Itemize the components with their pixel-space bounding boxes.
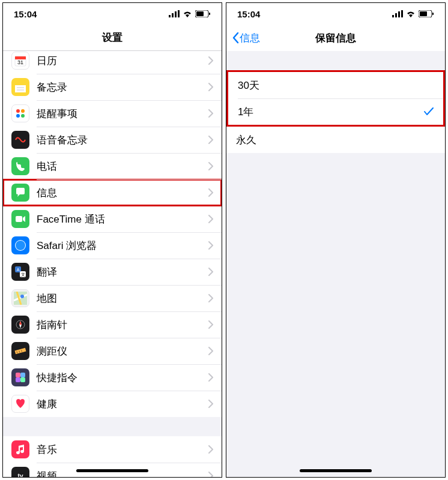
row-label: 信息	[37, 186, 208, 200]
status-bar: 15:04	[226, 3, 445, 25]
chevron-right-icon	[208, 188, 213, 197]
option-forever[interactable]: 永久	[226, 127, 445, 153]
svg-point-15	[21, 109, 25, 113]
settings-row-translate[interactable]: A文翻译	[3, 259, 222, 285]
wifi-icon	[406, 10, 416, 17]
chevron-right-icon	[208, 445, 213, 454]
settings-row-health[interactable]: 健康	[3, 391, 222, 417]
settings-row-messages[interactable]: 信息	[3, 179, 222, 206]
chevron-right-icon	[208, 347, 213, 355]
svg-rect-5	[196, 11, 204, 16]
settings-row-measure[interactable]: 测距仪	[3, 338, 222, 364]
settings-row-safari[interactable]: Safari 浏览器	[3, 232, 222, 259]
row-label: 地图	[37, 292, 208, 305]
chevron-right-icon	[208, 162, 213, 170]
home-indicator	[76, 469, 148, 472]
svg-text:tv: tv	[18, 473, 23, 477]
svg-point-20	[16, 241, 25, 250]
chevron-right-icon	[208, 400, 213, 408]
page-title: 保留信息	[315, 31, 356, 45]
settings-row-voicememo[interactable]: 语音备忘录	[3, 127, 222, 153]
compass-icon	[11, 316, 29, 334]
svg-rect-41	[401, 10, 403, 17]
settings-row-calendar[interactable]: 31日历	[3, 51, 222, 74]
svg-rect-11	[15, 85, 26, 92]
options-container: 30天1年永久	[226, 51, 445, 477]
phone-icon	[11, 157, 29, 175]
section-gap	[3, 417, 222, 436]
settings-row-compass[interactable]: 指南针	[3, 311, 222, 338]
tv-icon: tv	[11, 467, 29, 477]
option-1y[interactable]: 1年	[228, 98, 443, 125]
cellular-icon	[169, 10, 180, 17]
option-label: 1年	[238, 105, 424, 119]
svg-rect-18	[16, 216, 22, 222]
wifi-icon	[183, 10, 192, 17]
chevron-right-icon	[208, 241, 213, 250]
status-time: 15:04	[14, 9, 37, 19]
row-label: 音乐	[37, 443, 208, 457]
chevron-right-icon	[208, 215, 213, 223]
svg-rect-38	[392, 15, 394, 17]
status-time: 15:04	[237, 9, 260, 19]
option-label: 30天	[238, 79, 434, 92]
settings-row-music[interactable]: 音乐	[3, 436, 222, 463]
chevron-right-icon	[208, 136, 213, 144]
row-label: Safari 浏览器	[37, 239, 208, 253]
highlighted-options: 30天1年	[226, 70, 445, 127]
svg-rect-6	[209, 13, 210, 15]
svg-rect-44	[432, 13, 434, 15]
option-label: 永久	[236, 133, 435, 147]
chevron-right-icon	[208, 373, 213, 382]
row-label: 提醒事项	[37, 107, 208, 121]
settings-row-shortcuts[interactable]: 快捷指令	[3, 364, 222, 391]
svg-text:31: 31	[17, 59, 23, 65]
svg-rect-40	[398, 11, 400, 17]
option-30d[interactable]: 30天	[228, 72, 443, 98]
svg-text:文: 文	[21, 272, 25, 277]
status-icons	[392, 10, 434, 17]
status-icons	[169, 10, 211, 17]
row-label: 电话	[37, 160, 208, 173]
row-label: 快捷指令	[37, 371, 208, 385]
svg-point-17	[21, 114, 25, 118]
settings-row-maps[interactable]: 地图	[3, 285, 222, 311]
svg-rect-39	[395, 13, 397, 17]
row-label: 测距仪	[37, 344, 208, 358]
svg-rect-34	[20, 373, 25, 377]
svg-rect-3	[178, 10, 180, 17]
svg-rect-33	[16, 373, 20, 377]
svg-rect-1	[172, 13, 174, 17]
svg-rect-29	[15, 348, 26, 354]
back-button[interactable]: 信息	[231, 31, 260, 45]
row-label: FaceTime 通话	[37, 212, 208, 226]
svg-rect-36	[20, 377, 25, 382]
reminders-icon	[11, 104, 29, 122]
battery-icon	[195, 10, 211, 17]
chevron-right-icon	[208, 83, 213, 91]
svg-rect-2	[175, 11, 177, 17]
settings-row-facetime[interactable]: FaceTime 通话	[3, 206, 222, 232]
notes-icon	[11, 78, 29, 96]
chevron-right-icon	[208, 109, 213, 118]
status-bar: 15:04	[3, 3, 222, 25]
svg-text:A: A	[17, 268, 20, 272]
phone-keep-messages: 15:04 信息 保留信息 30天1年永久	[226, 2, 446, 478]
battery-icon	[419, 10, 434, 17]
maps-icon	[11, 289, 29, 307]
settings-row-reminders[interactable]: 提醒事项	[3, 100, 222, 127]
messages-icon	[11, 184, 29, 202]
row-label: 翻译	[37, 265, 208, 279]
chevron-right-icon	[208, 56, 213, 65]
voicememo-icon	[11, 131, 29, 149]
chevron-right-icon	[208, 294, 213, 302]
phone-settings: 15:04 设置 31日历备忘录提醒事项语音备忘录电话信息FaceTime 通话…	[2, 2, 222, 478]
settings-row-notes[interactable]: 备忘录	[3, 74, 222, 100]
settings-row-phone[interactable]: 电话	[3, 153, 222, 179]
chevron-left-icon	[231, 32, 240, 44]
safari-icon	[11, 236, 29, 254]
chevron-right-icon	[208, 472, 213, 477]
row-label: 备忘录	[37, 80, 208, 94]
row-label: 指南针	[37, 318, 208, 332]
svg-rect-0	[169, 15, 171, 17]
